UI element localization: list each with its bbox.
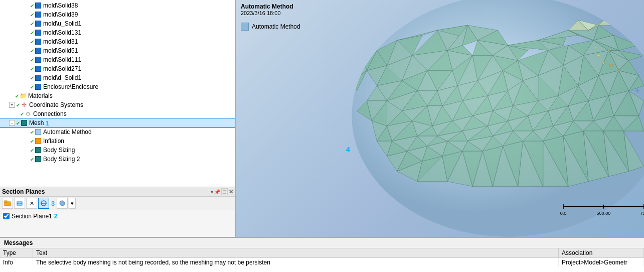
mesh-icon: [20, 119, 28, 127]
tree-item-mesh[interactable]: − ✔ Mesh 1: [0, 118, 235, 127]
delete-sp-button[interactable]: ✕: [26, 198, 37, 209]
tree-area: ✔ mold\Solid38 ✔ mold\Solid39 ✔ mold\u_S…: [0, 0, 235, 187]
annotation-4: 4: [346, 146, 350, 154]
section-plane-item-1[interactable]: Section Plane1 2: [3, 212, 232, 220]
expand-btn[interactable]: +: [9, 102, 15, 108]
check-icon: ✔: [30, 139, 34, 144]
svg-point-168: [609, 64, 612, 67]
tree-item-coord-systems[interactable]: + ✔ ✛ Coordinate Systems: [0, 100, 235, 109]
check-icon: ✔: [20, 111, 24, 117]
svg-point-164: [597, 54, 600, 57]
svg-point-6: [60, 201, 65, 206]
tree-item-connections[interactable]: ✔ ⚙ Connections: [0, 109, 235, 118]
show-whole-button[interactable]: [57, 198, 68, 209]
tree-label: Mesh: [29, 119, 44, 126]
message-row[interactable]: Info The selective body meshing is not b…: [0, 258, 644, 267]
tree-label: mold\u_Solid1: [43, 20, 81, 27]
check-icon: ✔: [30, 84, 34, 90]
mesh-title: Automatic Method: [241, 3, 293, 10]
svg-point-166: [602, 62, 605, 64]
bodysizing-icon: [34, 146, 42, 154]
check-icon: ✔: [30, 157, 34, 162]
viewport[interactable]: Automatic Method 2023/3/16 18:00 Automat…: [236, 0, 644, 237]
col-header-text: Text: [33, 248, 559, 257]
tree-item-solid131[interactable]: ✔ mold\Solid131: [0, 28, 235, 37]
section-planes-title: Section Planes: [2, 188, 211, 195]
tree-item-solid51[interactable]: ✔ mold\Solid51: [0, 46, 235, 55]
new-folder-button[interactable]: [2, 198, 13, 209]
tree-item-bodysizing[interactable]: ✔ Body Sizing: [0, 146, 235, 155]
section-planes-panel: Section Planes ▾ 📌 □ ✕ ✕: [0, 187, 235, 237]
bodysizing-icon: [34, 155, 42, 163]
tree-item-solid271[interactable]: ✔ mold\Solid271: [0, 64, 235, 73]
tree-item-inflation[interactable]: ✔ Inflation: [0, 137, 235, 146]
folder-icon: 📁: [19, 92, 27, 100]
section-planes-content: Section Plane1 2: [0, 210, 235, 222]
check-icon: ✔: [30, 3, 34, 9]
msg-type: Info: [0, 258, 33, 266]
annotation-1: 1: [46, 119, 49, 127]
solid-icon: [34, 47, 42, 55]
check-icon: ✔: [15, 93, 19, 99]
solid-icon: [34, 74, 42, 82]
tree-item-solid38[interactable]: ✔ mold\Solid38: [0, 1, 235, 10]
solid-icon: [34, 2, 42, 10]
tree-label: mold\Solid51: [43, 47, 78, 54]
tree-item-solid111[interactable]: ✔ mold\Solid111: [0, 55, 235, 64]
messages-header: Messages: [0, 238, 644, 248]
solid-icon: [34, 83, 42, 91]
method-legend: Automatic Method: [241, 23, 300, 31]
svg-point-170: [595, 47, 597, 49]
new-sp-button[interactable]: [14, 198, 25, 209]
check-icon: ✔: [16, 102, 20, 108]
expand-btn[interactable]: −: [9, 120, 15, 126]
svg-point-169: [618, 70, 620, 72]
tree-item-solid31[interactable]: ✔ mold\Solid31: [0, 37, 235, 46]
tree-item-bodysizing2[interactable]: ✔ Body Sizing 2: [0, 155, 235, 164]
section-planes-header: Section Planes ▾ 📌 □ ✕: [0, 187, 235, 197]
solid-icon: [34, 56, 42, 64]
tree-item-u-solid1[interactable]: ✔ mold\u_Solid1: [0, 19, 235, 28]
close-icon[interactable]: ✕: [229, 189, 233, 195]
solid-icon: [34, 29, 42, 37]
tree-label: Body Sizing 2: [43, 156, 80, 163]
tree-label: mold\Solid39: [43, 11, 78, 18]
method-legend-label: Automatic Method: [252, 23, 300, 30]
msg-text: The selective body meshing is not being …: [33, 258, 559, 266]
messages-columns: Type Text Association: [0, 248, 644, 258]
tree-label: mold\Solid131: [43, 29, 81, 36]
float-icon[interactable]: □: [221, 188, 228, 195]
dropdown-button[interactable]: ▾: [69, 198, 76, 209]
check-icon: ✔: [30, 57, 34, 63]
check-icon: ✔: [30, 148, 34, 153]
tree-label: mold\Solid31: [43, 38, 78, 45]
svg-point-167: [615, 57, 617, 59]
plus-icon: +: [634, 85, 640, 96]
tree-item-solid39[interactable]: ✔ mold\Solid39: [0, 10, 235, 19]
tree-label: mold\Solid271: [43, 65, 81, 72]
left-panel: ✔ mold\Solid38 ✔ mold\Solid39 ✔ mold\u_S…: [0, 0, 236, 237]
pin-icon[interactable]: ▾: [211, 189, 213, 195]
check-icon: ✔: [30, 48, 34, 54]
tree-item-materials[interactable]: ✔ 📁 Materials: [0, 91, 235, 100]
pin2-icon[interactable]: 📌: [214, 189, 220, 195]
tree-label: Body Sizing: [43, 147, 75, 154]
check-icon: ✔: [30, 129, 34, 135]
msg-association: Project>Model>Geometr: [559, 258, 644, 266]
annotation-3: 3: [51, 200, 55, 207]
mesh-date: 2023/3/16 18:00: [241, 10, 293, 16]
tree-item-d-solid1[interactable]: ✔ mold\d_Solid1: [0, 73, 235, 82]
section-plane-checkbox[interactable]: [3, 213, 10, 219]
tree-label: mold\Solid111: [43, 56, 81, 63]
tree-label: mold\Solid38: [43, 2, 78, 9]
solid-icon: [34, 38, 42, 46]
check-icon: ✔: [30, 30, 34, 36]
tree-item-automethod[interactable]: ✔ Automatic Method: [0, 127, 235, 137]
connections-icon: ⚙: [24, 110, 32, 118]
solid-icon: [34, 11, 42, 19]
annotation-2: 2: [54, 212, 58, 220]
active-sp-button[interactable]: [38, 198, 49, 209]
tree-item-enclosure[interactable]: ✔ Enclosure\Enclosure: [0, 82, 235, 91]
mesh-header: Automatic Method 2023/3/16 18:00: [236, 0, 298, 19]
tree-label: Enclosure\Enclosure: [43, 83, 98, 90]
